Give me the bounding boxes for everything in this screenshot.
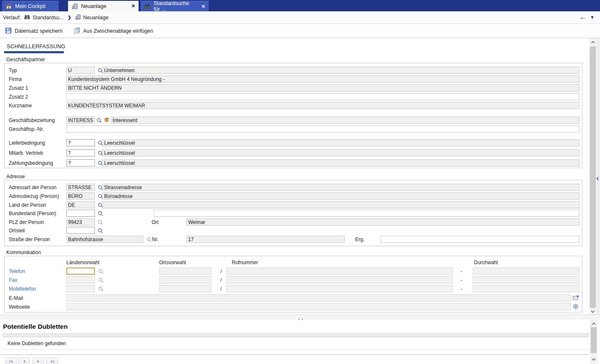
close-icon[interactable]: ✕ [129, 4, 135, 8]
scroll-up-icon[interactable] [589, 39, 597, 45]
tab-label: Standardsuche für ... [154, 0, 196, 12]
form-row-geschaeftsbeziehung: Geschäftsbeziehung [5, 117, 582, 124]
search-icon[interactable] [147, 237, 152, 242]
column-header-laendervorwahl: Ländervorwahl [66, 260, 100, 265]
close-icon[interactable]: ✕ [199, 4, 205, 9]
mobiltelefon-link[interactable]: Mobiltelefon [9, 286, 36, 292]
ort-input[interactable] [186, 218, 579, 226]
dubletten-empty-message: Keine Dubletten gefunden [8, 341, 66, 346]
company-icon [71, 3, 78, 10]
binoculars-icon [24, 14, 30, 21]
field-label-nr: Nr. [152, 237, 158, 242]
land-key-input[interactable] [66, 201, 95, 208]
email-input[interactable] [66, 294, 571, 302]
tab-neuanlage[interactable]: Neuanlage ✕ [68, 1, 139, 11]
scroll-up-icon[interactable] [590, 321, 597, 327]
telefon-ortsvorwahl-input[interactable] [159, 268, 212, 275]
dash-separator: - [461, 268, 462, 274]
search-icon[interactable] [98, 268, 104, 274]
search-icon[interactable] [98, 228, 103, 233]
telefon-laendervorwahl-input[interactable] [66, 268, 95, 275]
search-icon[interactable] [97, 117, 102, 123]
chevron-left-icon[interactable] [596, 175, 600, 180]
scrollbar-thumb[interactable] [590, 47, 596, 308]
pager-divider [0, 354, 589, 355]
dash-separator: - [461, 286, 462, 292]
chevron-down-icon[interactable] [298, 316, 303, 319]
hausnummer-input[interactable] [186, 236, 345, 243]
zusatz2-input[interactable] [66, 93, 579, 100]
search-icon[interactable] [98, 211, 103, 216]
field-label-adressbezug: Adressbezug (Person) [9, 193, 59, 199]
erg-input[interactable] [380, 236, 579, 243]
fax-durchwahl-input[interactable] [473, 276, 579, 283]
form-row-kurzname: Kurzname [5, 102, 582, 109]
back-arrow-icon[interactable]: ← [579, 13, 587, 21]
next-page-button[interactable] [32, 358, 44, 364]
tab-mein-cockpit[interactable]: Mein Cockpit [2, 1, 59, 11]
fax-link[interactable]: Fax [9, 277, 17, 283]
search-icon[interactable] [98, 219, 103, 225]
last-page-button[interactable] [46, 358, 58, 364]
adressbezug-desc-field [102, 192, 579, 200]
section-geschaeftspartner: Typ Firma Zusatz 1 Zusatz 2 Kurzname Ges… [4, 63, 582, 168]
form-row-zahlungsbedingung: Zahlungsbedingung [5, 159, 582, 167]
scrollbar-thumb[interactable] [591, 327, 597, 353]
strasse-input[interactable] [66, 236, 143, 243]
globe-icon[interactable] [573, 304, 579, 309]
firma-input[interactable] [66, 75, 579, 83]
fax-laendervorwahl-input[interactable] [66, 276, 95, 283]
bundesland-key-input[interactable] [66, 210, 95, 217]
scroll-down-icon[interactable] [589, 309, 597, 315]
search-icon[interactable] [98, 286, 104, 291]
typ-desc-field [102, 67, 579, 74]
land-desc-field [102, 201, 579, 208]
mobiltelefon-ortsvorwahl-input[interactable] [159, 285, 212, 292]
dubletten-scrollbar[interactable] [590, 320, 597, 364]
telefon-rufnummer-input[interactable] [226, 268, 453, 275]
column-header-rufnummer: Rufnummer [232, 260, 258, 265]
form-row-mobiltelefon: Mobiltelefon / - [5, 285, 582, 293]
geschaeftsbeziehung-key-input[interactable] [66, 117, 95, 124]
telefon-durchwahl-input[interactable] [473, 268, 579, 275]
zusatz1-input[interactable] [66, 84, 579, 91]
breadcrumb-item-standardsuche[interactable]: Standardsu... [24, 14, 63, 21]
mobiltelefon-durchwahl-input[interactable] [473, 285, 579, 292]
webseite-input[interactable] [66, 303, 571, 310]
fax-rufnummer-input[interactable] [226, 276, 453, 283]
bundesland-input[interactable] [154, 210, 579, 217]
quick-entry-panel: SCHNELLERFASSUNG Geschäftspartner Typ Fi… [0, 38, 597, 315]
kurzname-input[interactable] [66, 102, 579, 109]
section-title-kommunikation: Kommunikation [5, 250, 42, 255]
mitarb-vertrieb-key-input[interactable] [66, 149, 95, 156]
breadcrumb-item-neuanlage[interactable]: Neuanlage [75, 14, 108, 21]
tab-schnellerfassung[interactable]: SCHNELLERFASSUNG [7, 44, 66, 49]
geschaeftsp-nr-input[interactable] [66, 125, 579, 133]
form-row-zusatz2: Zusatz 2 [5, 93, 582, 101]
zahlungsbedingung-key-input[interactable] [66, 159, 95, 166]
dropdown-arrow-icon[interactable]: ▼ [590, 15, 595, 20]
scroll-down-icon[interactable] [590, 356, 597, 362]
search-icon[interactable] [98, 277, 104, 283]
paste-from-clipboard-button[interactable]: Aus Zwischenablage einfügen [73, 27, 153, 35]
ortsteil-key-input[interactable] [66, 227, 95, 234]
mobiltelefon-rufnummer-input[interactable] [226, 285, 453, 292]
first-page-button[interactable] [5, 358, 17, 364]
adressart-key-input[interactable] [66, 184, 95, 191]
save-record-button[interactable]: Datensatz speichern [5, 27, 63, 35]
telefon-link[interactable]: Telefon [9, 268, 25, 274]
field-label-adressart: Adressart der Person [9, 185, 56, 190]
field-label-firma: Firma [9, 76, 22, 82]
fax-ortsvorwahl-input[interactable] [159, 276, 212, 283]
adressbezug-key-input[interactable] [66, 192, 95, 200]
lieferbedingung-key-input[interactable] [66, 139, 95, 146]
field-label-lieferbedingung: Lieferbedingung [9, 140, 45, 146]
mail-icon[interactable] [573, 295, 579, 301]
tab-standardsuche[interactable]: Standardsuche für ... ✕ [141, 1, 209, 11]
prev-page-button[interactable] [18, 358, 30, 364]
save-label: Datensatz speichern [15, 28, 63, 34]
mobiltelefon-laendervorwahl-input[interactable] [66, 285, 95, 292]
typ-key-input[interactable] [66, 67, 95, 74]
form-scrollbar[interactable] [589, 39, 597, 315]
plz-key-input[interactable] [66, 218, 95, 226]
